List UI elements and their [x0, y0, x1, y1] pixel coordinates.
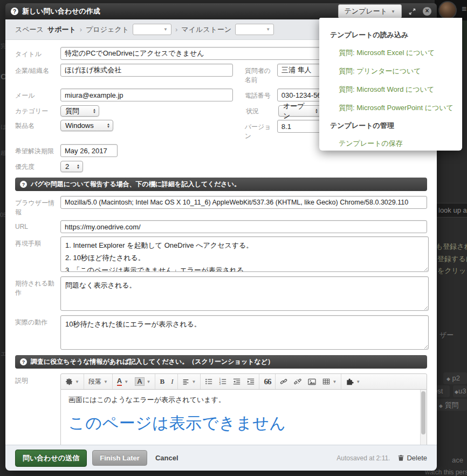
product-select[interactable]: Windows ▲▼ — [60, 120, 113, 131]
caret-down-icon: ▼ — [104, 379, 108, 384]
dialog-title: 新しい問い合わせの作成 — [22, 6, 100, 16]
background-fragment: ace — [452, 456, 463, 464]
editor-settings-button[interactable]: ▼ — [62, 374, 83, 389]
blockquote-button[interactable]: 66 — [260, 374, 274, 389]
template-save-item[interactable]: テンプレートの保存 — [319, 134, 462, 153]
stepper-icon: ▲▼ — [77, 164, 80, 169]
bullet-list-icon — [205, 378, 212, 385]
indent-button[interactable] — [244, 374, 258, 389]
editor-scrollbar[interactable] — [420, 390, 427, 445]
background-tag: ◆ 質問 — [439, 400, 459, 410]
user-avatar[interactable] — [438, 1, 457, 19]
caret-down-icon: ▼ — [191, 379, 196, 384]
link-button[interactable] — [277, 374, 291, 389]
template-menu: テンプレートの読み込み 質問: Microsoft Excel について 質問:… — [319, 18, 462, 151]
editor-content[interactable]: 画面にはこのようなエラーが表示されています。 このページは表示できません Web… — [60, 390, 427, 445]
description-label: 説明 — [15, 373, 60, 385]
indent-icon — [247, 378, 255, 385]
breadcrumb-separator: › — [80, 25, 82, 33]
company-input[interactable] — [60, 64, 233, 77]
font-color-button[interactable]: A ▼ — [114, 374, 132, 389]
trash-icon — [397, 454, 404, 461]
bug-section-header: ? バグや問題について報告する場合、下の欄に詳細を記入してください。 — [15, 178, 427, 191]
requester-name-label: 質問者の名前 — [245, 64, 277, 85]
caret-down-icon: ▼ — [391, 9, 395, 14]
bold-button[interactable]: B — [156, 374, 168, 389]
actual-textarea[interactable]: 10秒待たされた後にエラーが表示される。 — [60, 315, 429, 350]
email-input[interactable] — [60, 89, 233, 101]
italic-button[interactable]: I — [168, 374, 176, 389]
outdent-button[interactable] — [230, 374, 244, 389]
steps-textarea[interactable]: 1. Internet Explorer を起動して OneDrive へアクセ… — [60, 236, 429, 272]
table-button[interactable]: ▼ — [319, 374, 340, 389]
delete-label: Delete — [407, 454, 427, 462]
caret-down-icon: ▼ — [147, 379, 151, 384]
link-icon — [280, 378, 287, 385]
category-label: カテゴリー — [15, 105, 60, 116]
delete-link[interactable]: Delete — [397, 454, 427, 462]
image-button[interactable] — [305, 374, 319, 389]
category-select[interactable]: 質問 ▲▼ — [60, 105, 99, 117]
help-icon: ? — [11, 8, 18, 15]
editor-scrollbar-thumb[interactable] — [421, 391, 425, 434]
stepper-icon: ▲▼ — [315, 108, 318, 114]
editor-intro-text: 画面にはこのようなエラーが表示されています。 — [68, 395, 414, 405]
svg-text:3: 3 — [219, 383, 221, 385]
finish-later-button[interactable]: Finish Later — [92, 450, 147, 466]
template-item-powerpoint[interactable]: 質問: Microsoft PowerPoint について — [319, 99, 462, 117]
browser-info-input[interactable] — [60, 196, 427, 209]
background-tag: ◆ p2 — [447, 374, 460, 382]
template-item-printer[interactable]: 質問: プリンターについて — [319, 62, 462, 80]
autosave-status: Autosaved at 2:11. — [336, 454, 390, 462]
url-input[interactable] — [60, 220, 427, 233]
template-button-label: テンプレート — [345, 6, 388, 16]
background-fragment: をクリック — [437, 266, 467, 276]
align-button[interactable]: ▼ — [179, 374, 199, 389]
bullet-list-button[interactable] — [202, 374, 216, 389]
template-item-excel[interactable]: 質問: Microsoft Excel について — [319, 44, 462, 62]
product-label: 製品名 — [15, 120, 60, 131]
numbered-list-button[interactable]: 123 — [216, 374, 230, 389]
cancel-link[interactable]: Cancel — [155, 454, 178, 462]
project-select[interactable]: ▼ — [133, 24, 171, 35]
product-value: Windows — [65, 121, 94, 130]
screen: ≡ 完 C は 超 05 エ look up a も登録され 登録するに をクリ… — [0, 0, 467, 476]
due-date-input[interactable] — [60, 144, 118, 157]
paragraph-format-button[interactable]: 段落 ▼ — [85, 374, 111, 389]
browser-info-label: ブラウザー情報 — [15, 196, 60, 217]
title-label: タイトル — [15, 47, 60, 59]
priority-select[interactable]: 2 ▲▼ — [60, 161, 83, 172]
info-section-text: 調査に役立ちそうな情報があれば記入してください。（スクリーンショットなど） — [31, 357, 274, 366]
caret-down-icon: ▼ — [356, 379, 360, 384]
template-dropdown-button[interactable]: テンプレート ▼ — [338, 4, 402, 18]
expected-label: 期待される動作 — [15, 276, 60, 297]
submit-button[interactable]: 問い合わせの送信 — [15, 450, 87, 467]
breadcrumb-separator: › — [175, 25, 177, 33]
outdent-icon — [233, 378, 241, 385]
phone-label: 電話番号 — [245, 89, 277, 100]
rich-text-editor: ▼ 段落 ▼ A ▼ — [60, 373, 427, 445]
company-label: 企業/組織名 — [15, 64, 60, 76]
space-name-link[interactable]: サポート — [47, 25, 76, 35]
stepper-icon: ▲▼ — [93, 108, 96, 114]
template-item-word[interactable]: 質問: Microsoft Word について — [319, 80, 462, 99]
status-select[interactable]: オープン ▲▼ — [278, 105, 321, 117]
steps-label: 再現手順 — [15, 236, 60, 248]
expected-textarea[interactable]: 問題なく表示される。 — [60, 276, 429, 311]
unlink-icon — [294, 378, 301, 385]
background-color-button[interactable]: A ▼ — [132, 374, 154, 389]
plugin-button[interactable]: ▼ — [342, 374, 363, 389]
milestone-select[interactable]: ▼ — [235, 24, 274, 35]
hamburger-icon[interactable]: ≡ — [462, 4, 466, 14]
dialog-footer: 問い合わせの送信 Finish Later Cancel Autosaved a… — [5, 445, 437, 471]
font-color-icon: A — [117, 377, 122, 386]
close-icon[interactable]: × — [423, 7, 431, 16]
expand-icon[interactable] — [408, 8, 416, 16]
project-label: プロジェクト — [86, 25, 129, 35]
stepper-icon: ▲▼ — [107, 123, 110, 128]
numbered-list-icon: 123 — [219, 378, 226, 385]
gear-icon — [65, 378, 73, 385]
unlink-button[interactable] — [291, 374, 305, 389]
editor-toolbar: ▼ 段落 ▼ A ▼ — [60, 373, 427, 390]
template-load-header: テンプレートの読み込み — [319, 26, 462, 44]
